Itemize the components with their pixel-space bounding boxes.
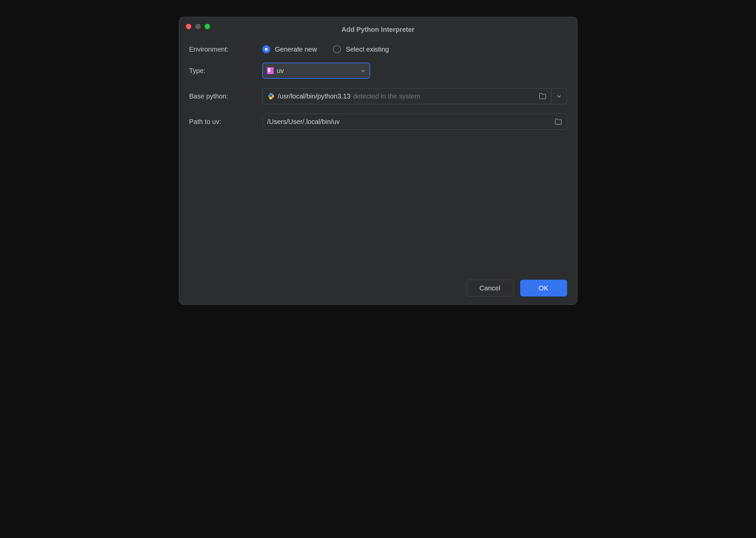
python-icon [267, 92, 275, 100]
radio-generate-new-indicator [262, 45, 270, 53]
base-python-row: Base python: /usr/local/bin/python3.13 d… [189, 88, 567, 104]
window-close-button[interactable] [186, 24, 191, 29]
radio-generate-new[interactable]: Generate new [262, 45, 317, 53]
environment-radio-group: Generate new Select existing [262, 45, 389, 53]
dialog-content: Environment: Generate new Select existin… [179, 35, 577, 273]
base-python-input[interactable]: /usr/local/bin/python3.13 detected in th… [262, 88, 551, 104]
path-to-uv-value: /Users/User/.local/bin/uv [267, 118, 340, 126]
type-row: Type: uv [189, 63, 567, 79]
radio-select-existing-indicator [333, 45, 341, 53]
type-label: Type: [189, 67, 262, 75]
base-python-hint: detected in the system [353, 92, 420, 100]
button-bar: Cancel OK [179, 273, 577, 305]
path-to-uv-field-wrapper: /Users/User/.local/bin/uv [262, 114, 567, 130]
path-to-uv-row: Path to uv: /Users/User/.local/bin/uv [189, 114, 567, 130]
chevron-down-icon [361, 68, 365, 73]
titlebar: Add Python Interpreter [179, 17, 577, 35]
base-python-dropdown-button[interactable] [551, 88, 567, 104]
base-python-value: /usr/local/bin/python3.13 [278, 92, 351, 100]
uv-icon [267, 67, 274, 74]
path-to-uv-label: Path to uv: [189, 118, 262, 126]
svg-point-1 [271, 98, 272, 99]
svg-point-0 [270, 93, 270, 94]
ok-button[interactable]: OK [520, 280, 567, 296]
window-minimize-button[interactable] [195, 24, 201, 29]
environment-label: Environment: [189, 46, 262, 53]
dialog-title: Add Python Interpreter [186, 26, 570, 33]
window-maximize-button[interactable] [205, 24, 210, 29]
base-python-label: Base python: [189, 92, 262, 100]
type-value: uv [277, 67, 361, 75]
window-controls [186, 24, 210, 29]
radio-select-existing-label: Select existing [346, 46, 389, 53]
folder-icon[interactable] [555, 118, 562, 125]
add-interpreter-dialog: Add Python Interpreter Environment: Gene… [179, 17, 577, 305]
environment-row: Environment: Generate new Select existin… [189, 45, 567, 53]
radio-select-existing[interactable]: Select existing [333, 45, 389, 53]
path-to-uv-input[interactable]: /Users/User/.local/bin/uv [262, 114, 567, 130]
base-python-field-wrapper: /usr/local/bin/python3.13 detected in th… [262, 88, 567, 104]
cancel-button[interactable]: Cancel [467, 280, 513, 296]
folder-icon[interactable] [539, 93, 546, 99]
chevron-down-icon [557, 94, 561, 98]
radio-generate-new-label: Generate new [275, 46, 317, 53]
type-dropdown[interactable]: uv [262, 63, 370, 79]
